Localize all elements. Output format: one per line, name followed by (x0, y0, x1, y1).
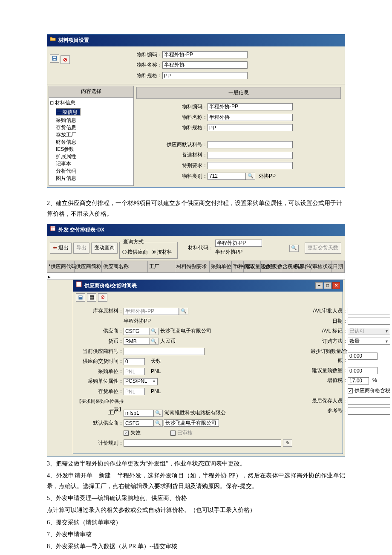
find-defsup-icon[interactable]: 🔍 (153, 419, 163, 427)
radio-by-material[interactable]: 按材料 (152, 248, 172, 257)
col-supplier-code[interactable]: *供应商代码 (47, 261, 75, 272)
lead-input[interactable] (124, 358, 145, 365)
query-mode-legend: 查询方式 (122, 237, 144, 247)
close-button[interactable]: ✕ (332, 282, 340, 289)
minimize-button[interactable]: – (315, 282, 323, 289)
ref-label: 参考号： (305, 406, 348, 416)
f-supdef-input[interactable] (208, 141, 293, 148)
win3-titlebar[interactable]: 供应商价格/交货时间表 – □ ✕ (73, 280, 343, 292)
factory-text: 湖南维胜科技电路板有限公 (164, 408, 226, 418)
win2-titlebar[interactable]: 外发 交付排程表-DX (47, 224, 345, 236)
query-mode-fieldset: 查询方式 按供应商 按材料 (119, 237, 178, 259)
f-spec-input[interactable] (208, 124, 293, 131)
suggest-qty-input[interactable] (348, 367, 378, 374)
tree-item-factory[interactable]: 存放工厂 (50, 131, 133, 139)
pricerule-edit-icon[interactable]: ✎ (283, 439, 292, 447)
cancel-button[interactable]: ⊘ (61, 55, 70, 64)
tree-root[interactable]: 材料信息 (55, 100, 75, 106)
content-tree[interactable]: 内容选择 ⊟ 材料信息 一般信息 采购信息 存货信息 存放工厂 财务信息 IES… (49, 86, 134, 186)
col-tax-rate[interactable]: 税率(%) (293, 261, 311, 272)
f-code-input[interactable] (208, 103, 293, 110)
currency-input[interactable] (124, 338, 149, 345)
hdr-spec-input[interactable] (162, 72, 248, 79)
defsup-input[interactable] (124, 419, 153, 427)
f-cat-input[interactable] (208, 173, 246, 180)
sku-input (124, 388, 145, 395)
tree-item-ext[interactable]: 扩展属性 (50, 153, 133, 160)
pu-label: 采购单位： (77, 367, 124, 376)
pricerule-label: 计价规则： (77, 439, 124, 448)
tree-item-pic[interactable]: 图片信息 (50, 175, 133, 182)
date-label: 日期： (305, 317, 348, 326)
col-supplier-name[interactable]: 供应商名称 (102, 261, 148, 272)
col-factory[interactable]: 工厂 (148, 261, 175, 272)
para-5: 5、外发申请受理—编辑确认采购地点、供应商、价格 (47, 493, 345, 503)
date-input[interactable] (348, 318, 390, 325)
col-purchase-unit[interactable]: 采购单位 (210, 261, 232, 272)
para-6: 6、提交采购（请购单审核） (47, 517, 345, 528)
exit-button[interactable]: ⬅退出 (50, 243, 72, 254)
tax-included-checkbox[interactable]: ✓ (348, 388, 353, 393)
cancel-button[interactable]: ⊘ (98, 293, 107, 302)
f-name-input[interactable] (208, 114, 293, 121)
col-special-req[interactable]: 材料特别要求 (175, 261, 210, 272)
supplier-input[interactable] (124, 328, 149, 335)
hdr-code-input[interactable] (162, 51, 248, 58)
copy-button[interactable]: ▤ (87, 293, 96, 302)
maximize-button[interactable]: □ (324, 282, 331, 289)
find-category-icon[interactable]: 🔍 (246, 173, 255, 180)
save-button[interactable] (76, 293, 85, 302)
defsup-label: 默认供应商： (77, 419, 124, 428)
col-tax-flag[interactable]: 含税标志 (281, 261, 293, 272)
svg-rect-6 (76, 282, 81, 287)
tree-item-notes[interactable]: 记事本 (50, 160, 133, 168)
change-query-button[interactable]: 变动查询 (91, 243, 118, 254)
col-supplier-short[interactable]: 供应商简称 (75, 261, 102, 272)
tree-item-ies[interactable]: IES参数 (50, 146, 133, 153)
grid-row[interactable] (47, 273, 345, 280)
tree-item-general[interactable]: 一般信息 (56, 108, 81, 116)
lastsave-input[interactable] (348, 397, 390, 405)
pricerule-input[interactable] (124, 439, 281, 447)
cursupno-label: 当前供应商料号： (77, 347, 124, 356)
hdr-name-input[interactable] (162, 61, 248, 69)
f-spec-req-input[interactable] (208, 162, 293, 169)
tree-item-purchase[interactable]: 采购信息 (50, 117, 133, 124)
find-stock-icon[interactable]: 🔍 (179, 308, 188, 315)
find-supplier-icon[interactable]: 🔍 (149, 328, 159, 335)
sku-label: 存货单位： (77, 387, 124, 396)
method-select[interactable]: 数量▼ (348, 338, 390, 345)
tree-item-analysis[interactable]: 分析代码 (50, 168, 133, 175)
search-icon[interactable]: 🔍 (289, 245, 299, 252)
hdr-code-label: 物料编码： (90, 50, 162, 60)
suggest-qty-label: 建议量购数量： (305, 366, 348, 376)
col-suggest-qty[interactable]: 建议量购数量 (244, 261, 261, 272)
vat-input[interactable] (348, 377, 369, 384)
tree-item-stock[interactable]: 存货信息 (50, 124, 133, 131)
svg-rect-8 (79, 296, 82, 298)
win1-titlebar[interactable]: 材料项目设置 (47, 35, 345, 46)
export-label: 导出 (76, 243, 86, 253)
defsup-text-input[interactable] (164, 419, 219, 427)
material-code-input[interactable] (215, 240, 262, 247)
col-date[interactable]: 日期 (331, 261, 345, 272)
f-alt-input[interactable] (208, 152, 293, 159)
f-code-label: 物料编码： (135, 102, 208, 112)
f-spec-label: 物料规格： (135, 123, 208, 133)
find-currency-icon[interactable]: 🔍 (149, 338, 159, 345)
save-button[interactable] (50, 54, 59, 63)
col-leadtime[interactable]: 交货天数 (261, 261, 281, 272)
col-audit-status[interactable]: 审核状态 (311, 261, 331, 272)
factory-input[interactable] (124, 410, 153, 417)
cursupno-input[interactable] (124, 348, 205, 355)
moq-input[interactable] (348, 353, 378, 360)
avl-auditor-input[interactable] (348, 308, 390, 315)
find-factory-icon[interactable]: 🔍 (153, 410, 163, 417)
col-currency[interactable]: 币种代码 (232, 261, 244, 272)
tree-item-finance[interactable]: 财务信息 (50, 139, 133, 146)
lead-unit: 天数 (151, 357, 161, 366)
radio-by-supplier[interactable]: 按供应商 (122, 248, 148, 257)
moq-label: 最少订购数量/金额： (305, 347, 348, 365)
ref-input[interactable] (348, 408, 390, 415)
puattr-select[interactable]: PCS/PNL▼ (124, 378, 158, 385)
